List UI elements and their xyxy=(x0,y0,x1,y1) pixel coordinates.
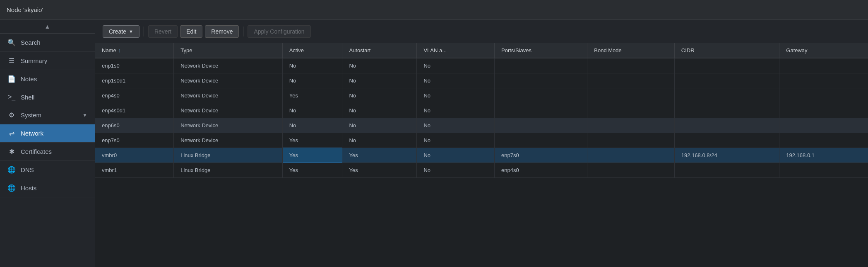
sidebar-item-shell[interactable]: >_ Shell xyxy=(0,88,95,106)
table-row[interactable]: enp4s0d1Network DeviceNoNoNo xyxy=(95,103,868,118)
cell-gateway-2 xyxy=(779,88,868,103)
cell-name-6: vmbr0 xyxy=(95,148,174,163)
toolbar: Create ▼ Revert Edit Remove Apply Config… xyxy=(95,20,868,43)
col-header-active[interactable]: Active xyxy=(282,43,342,58)
sidebar-item-search[interactable]: 🔍 Search xyxy=(0,34,95,52)
cell-bond_mode-2 xyxy=(587,88,675,103)
icon-hosts: 🌐 xyxy=(7,184,16,192)
apply-config-button[interactable]: Apply Configuration xyxy=(248,25,310,38)
toolbar-sep-2 xyxy=(243,27,243,36)
cell-vlan-5: No xyxy=(417,133,495,148)
col-header-name[interactable]: Name↑ xyxy=(95,43,174,58)
cell-active-7: Yes xyxy=(282,163,342,178)
cell-active-2: Yes xyxy=(282,88,342,103)
cell-cidr-7 xyxy=(674,163,779,178)
cell-type-1: Network Device xyxy=(174,73,283,88)
edit-button[interactable]: Edit xyxy=(180,25,202,38)
sidebar-item-notes[interactable]: 📄 Notes xyxy=(0,70,95,88)
cell-autostart-3: No xyxy=(342,103,417,118)
col-header-vlan[interactable]: VLAN a... xyxy=(417,43,495,58)
sidebar-label-system: System xyxy=(21,112,41,119)
cell-vlan-3: No xyxy=(417,103,495,118)
sidebar-collapse-button[interactable]: ▲ xyxy=(0,20,95,34)
cell-active-1: No xyxy=(282,73,342,88)
cell-name-5: enp7s0 xyxy=(95,133,174,148)
sidebar-label-shell: Shell xyxy=(21,94,34,101)
sidebar-item-network[interactable]: ⇌ Network xyxy=(0,124,95,143)
cell-vlan-1: No xyxy=(417,73,495,88)
cell-vlan-4: No xyxy=(417,118,495,133)
sidebar-label-dns: DNS xyxy=(21,166,34,173)
cell-active-3: No xyxy=(282,103,342,118)
cell-name-2: enp4s0 xyxy=(95,88,174,103)
col-header-bond_mode[interactable]: Bond Mode xyxy=(587,43,675,58)
cell-type-6: Linux Bridge xyxy=(174,148,283,163)
cell-bond_mode-3 xyxy=(587,103,675,118)
table-row[interactable]: vmbr0Linux BridgeYesYesNoenp7s0192.168.0… xyxy=(95,148,868,163)
cell-vlan-7: No xyxy=(417,163,495,178)
cell-bond_mode-7 xyxy=(587,163,675,178)
cell-cidr-4 xyxy=(674,118,779,133)
col-header-ports[interactable]: Ports/Slaves xyxy=(494,43,587,58)
sort-icon-name: ↑ xyxy=(118,47,121,53)
cell-vlan-0: No xyxy=(417,58,495,73)
sidebar-item-dns[interactable]: 🌐 DNS xyxy=(0,161,95,179)
network-table-container: Name↑TypeActiveAutostartVLAN a...Ports/S… xyxy=(95,43,868,267)
toolbar-sep-1 xyxy=(144,27,144,36)
cell-active-0: No xyxy=(282,58,342,73)
sidebar-item-certificates[interactable]: ✱ Certificates xyxy=(0,143,95,161)
create-button[interactable]: Create ▼ xyxy=(103,25,139,38)
col-header-type[interactable]: Type xyxy=(174,43,283,58)
cell-autostart-4: No xyxy=(342,118,417,133)
sidebar-label-certificates: Certificates xyxy=(21,148,52,155)
cell-type-4: Network Device xyxy=(174,118,283,133)
revert-button[interactable]: Revert xyxy=(148,25,178,38)
table-row[interactable]: vmbr1Linux BridgeYesYesNoenp4s0 xyxy=(95,163,868,178)
cell-type-3: Network Device xyxy=(174,103,283,118)
cell-name-7: vmbr1 xyxy=(95,163,174,178)
icon-shell: >_ xyxy=(7,93,16,101)
icon-search: 🔍 xyxy=(7,39,16,46)
page-title: Node 'skyaio' xyxy=(7,6,43,13)
table-row[interactable]: enp7s0Network DeviceYesNoNo xyxy=(95,133,868,148)
table-row[interactable]: enp1s0Network DeviceNoNoNo xyxy=(95,58,868,73)
cell-vlan-2: No xyxy=(417,88,495,103)
sidebar-label-summary: Summary xyxy=(21,57,47,64)
cell-name-1: enp1s0d1 xyxy=(95,73,174,88)
cell-name-0: enp1s0 xyxy=(95,58,174,73)
sidebar: ▲ 🔍 Search ☰ Summary 📄 Notes >_ Shell ⚙ … xyxy=(0,20,95,267)
cell-bond_mode-1 xyxy=(587,73,675,88)
cell-autostart-1: No xyxy=(342,73,417,88)
col-header-gateway[interactable]: Gateway xyxy=(779,43,868,58)
cell-gateway-1 xyxy=(779,73,868,88)
sidebar-item-system[interactable]: ⚙ System ▼ xyxy=(0,106,95,124)
cell-ports-1 xyxy=(494,73,587,88)
sidebar-item-hosts[interactable]: 🌐 Hosts xyxy=(0,179,95,197)
table-row[interactable]: enp1s0d1Network DeviceNoNoNo xyxy=(95,73,868,88)
cell-ports-2 xyxy=(494,88,587,103)
cell-active-4: No xyxy=(282,118,342,133)
icon-notes: 📄 xyxy=(7,75,16,83)
cell-gateway-0 xyxy=(779,58,868,73)
remove-button[interactable]: Remove xyxy=(205,25,239,38)
table-row[interactable]: enp4s0Network DeviceYesNoNo xyxy=(95,88,868,103)
sidebar-label-search: Search xyxy=(21,39,41,46)
col-header-autostart[interactable]: Autostart xyxy=(342,43,417,58)
table-row[interactable]: enp6s0Network DeviceNoNoNo xyxy=(95,118,868,133)
cell-cidr-0 xyxy=(674,58,779,73)
cell-ports-6: enp7s0 xyxy=(494,148,587,163)
cell-active-5: Yes xyxy=(282,133,342,148)
sidebar-item-summary[interactable]: ☰ Summary xyxy=(0,52,95,70)
cell-gateway-6: 192.168.0.1 xyxy=(779,148,868,163)
cell-bond_mode-0 xyxy=(587,58,675,73)
cell-vlan-6: No xyxy=(417,148,495,163)
cell-type-2: Network Device xyxy=(174,88,283,103)
cell-autostart-5: No xyxy=(342,133,417,148)
col-header-cidr[interactable]: CIDR xyxy=(674,43,779,58)
cell-gateway-7 xyxy=(779,163,868,178)
sidebar-label-hosts: Hosts xyxy=(21,184,36,192)
cell-ports-5 xyxy=(494,133,587,148)
icon-certificates: ✱ xyxy=(7,148,16,155)
cell-type-7: Linux Bridge xyxy=(174,163,283,178)
main-content: Create ▼ Revert Edit Remove Apply Config… xyxy=(95,20,868,267)
